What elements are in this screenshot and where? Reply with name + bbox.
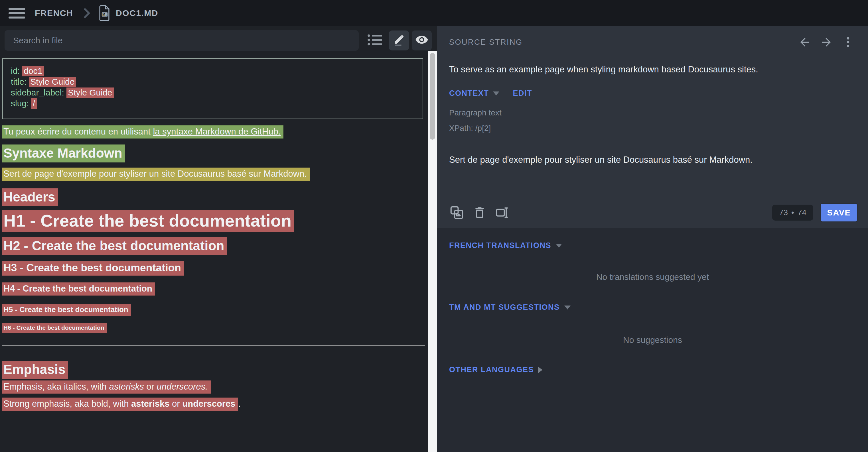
string-intro[interactable]: Tu peux écrire du contenu en utilisant l… <box>2 125 283 138</box>
editor-toolbar: 73 • 74 SAVE <box>449 202 858 223</box>
string-h4[interactable]: H4 - Create the best documentation <box>2 283 155 295</box>
top-bar: FRENCH M↓ DOC1.MD <box>0 0 868 26</box>
card-header: SOURCE STRING <box>437 26 868 50</box>
source-char-count: 73 <box>779 208 788 217</box>
string-headers-heading[interactable]: Headers <box>2 188 58 206</box>
insert-text-icon[interactable] <box>495 205 510 220</box>
document-scrollbar[interactable] <box>428 51 437 452</box>
source-string-card: SOURCE STRING To serve as an example pag… <box>437 26 868 228</box>
translation-editor[interactable]: Sert de page d'exemple pour styliser un … <box>437 143 868 189</box>
string-emphasis-bold[interactable]: Strong emphasis, aka bold, with asterisk… <box>2 397 238 411</box>
chevron-right-icon <box>83 7 91 19</box>
string-frontmatter-title[interactable]: Style Guide <box>29 77 76 87</box>
string-emphasis-italic[interactable]: Emphasis, aka italics, with asterisks or… <box>2 381 211 394</box>
context-xpath: XPath: /p[2] <box>449 121 868 136</box>
triangle-down-icon <box>556 244 562 248</box>
search-row <box>0 26 437 55</box>
character-count: 73 • 74 <box>772 205 813 221</box>
string-frontmatter-slug[interactable]: / <box>31 98 37 109</box>
context-row: CONTEXT EDIT <box>449 89 868 98</box>
section-french-translations[interactable]: FRENCH TRANSLATIONS <box>449 241 868 250</box>
hamburger-menu-icon[interactable] <box>8 6 26 20</box>
heading-h4: H4 - Create the best documentation <box>2 284 437 294</box>
context-element-type: Paragraph text <box>449 105 868 121</box>
string-h5[interactable]: H5 - Create the best documentation <box>2 304 131 316</box>
svg-text:M↓: M↓ <box>102 12 107 17</box>
app-window: FRENCH M↓ DOC1.MD <box>0 0 868 452</box>
heading-h2: H2 - Create the best documentation <box>2 238 437 253</box>
count-separator: • <box>791 208 794 217</box>
delete-translation-icon[interactable] <box>472 205 487 220</box>
section-other-languages[interactable]: OTHER LANGUAGES <box>449 365 868 374</box>
context-toggle[interactable]: CONTEXT <box>449 89 489 98</box>
panel-title: SOURCE STRING <box>449 38 523 47</box>
translation-panel: SOURCE STRING To serve as an example pag… <box>437 26 868 452</box>
string-h1[interactable]: H1 - Create the best documentation <box>2 210 294 232</box>
string-frontmatter-id[interactable]: doc1 <box>22 66 44 76</box>
source-string-text: To serve as an example page when styling… <box>449 64 856 75</box>
edit-context-link[interactable]: EDIT <box>513 89 532 98</box>
paragraph-emphasis-italic: Emphasis, aka italics, with asterisks or… <box>2 382 437 392</box>
translation-char-count: 74 <box>798 208 806 217</box>
paragraph-emphasis-bold: Strong emphasis, aka bold, with asterisk… <box>2 399 437 409</box>
section-tm-mt[interactable]: TM AND MT SUGGESTIONS <box>449 303 868 312</box>
eye-icon <box>415 33 429 48</box>
string-emphasis-heading[interactable]: Emphasis <box>2 361 68 379</box>
kebab-menu-icon[interactable] <box>841 35 856 50</box>
paragraph-selected: Sert de page d'exemple pour styliser un … <box>2 169 437 179</box>
triangle-down-icon <box>493 92 499 95</box>
frontmatter-box: id: doc1 title: Style Guide sidebar_labe… <box>2 58 423 119</box>
string-h6[interactable]: H6 - Create the best documentation <box>2 323 107 333</box>
preview-mode-button[interactable] <box>412 31 432 51</box>
heading-h5: H5 - Create the best documentation <box>2 305 437 314</box>
frontmatter-line: title: Style Guide <box>11 76 417 87</box>
context-details: Paragraph text XPath: /p[2] <box>449 105 868 136</box>
french-translations-label[interactable]: FRENCH TRANSLATIONS <box>449 241 551 250</box>
list-icon <box>367 33 383 47</box>
string-frontmatter-sidebar-label[interactable]: Style Guide <box>66 88 114 98</box>
next-string-button[interactable] <box>819 35 834 50</box>
heading-syntax-markdown: Syntaxe Markdown <box>2 146 437 161</box>
other-languages-label[interactable]: OTHER LANGUAGES <box>449 365 534 374</box>
paragraph-intro: Tu peux écrire du contenu en utilisant l… <box>2 127 437 137</box>
tm-mt-label[interactable]: TM AND MT SUGGESTIONS <box>449 303 560 312</box>
save-button[interactable]: SAVE <box>820 203 858 222</box>
document-panel: id: doc1 title: Style Guide sidebar_labe… <box>0 26 437 452</box>
triangle-right-icon <box>538 367 542 373</box>
copy-source-icon[interactable] <box>449 205 465 220</box>
heading-headers: Headers <box>2 189 437 205</box>
horizontal-rule <box>2 345 425 346</box>
scrollbar-thumb[interactable] <box>430 53 435 140</box>
search-input[interactable] <box>5 30 359 51</box>
string-h2[interactable]: H2 - Create the best documentation <box>2 237 227 255</box>
string-selected[interactable]: Sert de page d'exemple pour styliser un … <box>2 168 310 181</box>
string-syntax-heading[interactable]: Syntaxe Markdown <box>2 144 125 162</box>
frontmatter-line: id: doc1 <box>11 66 417 76</box>
no-translations-message: No translations suggested yet <box>437 272 868 282</box>
markdown-file-icon: M↓ <box>99 5 111 21</box>
frontmatter-line: sidebar_label: Style Guide <box>11 87 417 98</box>
heading-emphasis: Emphasis <box>2 362 437 377</box>
edit-mode-button[interactable] <box>389 31 409 51</box>
markdown-syntax-link[interactable]: la syntaxe Markdown de GitHub. <box>153 127 281 136</box>
suggestion-sections: FRENCH TRANSLATIONS No translations sugg… <box>437 228 868 452</box>
heading-h3: H3 - Create the best documentation <box>2 262 437 274</box>
document-view: id: doc1 title: Style Guide sidebar_labe… <box>0 55 437 452</box>
breadcrumb-file[interactable]: DOC1.MD <box>116 8 158 18</box>
heading-h6: H6 - Create the best documentation <box>2 324 437 331</box>
heading-h1: H1 - Create the best documentation <box>2 211 437 231</box>
string-list-button[interactable] <box>365 31 385 51</box>
frontmatter-line: slug: / <box>11 98 417 109</box>
previous-string-button[interactable] <box>797 35 812 50</box>
pencil-icon <box>392 33 405 47</box>
no-suggestions-message: No suggestions <box>437 335 868 345</box>
breadcrumb-project[interactable]: FRENCH <box>35 8 73 18</box>
triangle-down-icon <box>564 305 570 310</box>
string-h3[interactable]: H3 - Create the best documentation <box>2 261 184 276</box>
